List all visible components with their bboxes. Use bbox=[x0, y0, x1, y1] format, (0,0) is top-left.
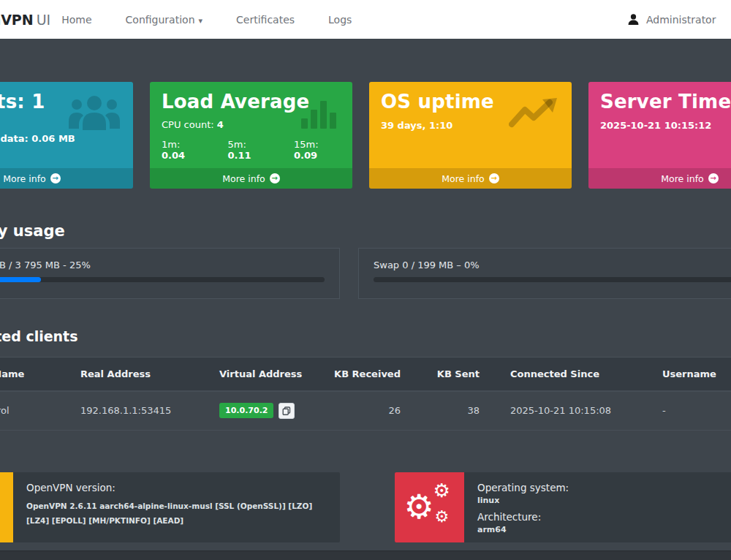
os-uptime-title: OS uptime bbox=[381, 91, 560, 113]
summary-cards: Clients: 1 Processed data: 0.06 MB Mor bbox=[0, 82, 731, 189]
col-connected-since[interactable]: Connected Since bbox=[481, 357, 649, 391]
col-real-address[interactable]: Real Address bbox=[67, 357, 206, 391]
cell-common-name: mikrotik-karol bbox=[0, 391, 67, 431]
dashboard-content: Clients: 1 Processed data: 0.06 MB Mor bbox=[0, 82, 731, 542]
copy-ip-button[interactable] bbox=[279, 403, 295, 419]
load-average-card: Load Average CPU count: 4 1m: 0.04 5m: 0… bbox=[150, 82, 352, 189]
load-values: 1m: 0.04 5m: 0.11 15m: 0.09 bbox=[162, 139, 341, 161]
virtual-ip-badge: 10.0.70.2 bbox=[219, 403, 273, 418]
connected-clients-table: Common Name Real Address Virtual Address… bbox=[0, 357, 731, 431]
arrow-circle-icon: → bbox=[708, 173, 719, 183]
uptime-more-info-link[interactable]: More info → bbox=[369, 168, 572, 189]
nav-item-configuration[interactable]: Configuration▾ bbox=[126, 14, 202, 26]
cell-real-address: 192.168.1.1:53415 bbox=[67, 391, 206, 431]
os-title: Operating system: bbox=[477, 482, 569, 493]
memory-panels: RAM 949 MB / 3 795 MB - 25% Swap 0 / 199… bbox=[0, 248, 731, 299]
ram-usage-label: RAM 949 MB / 3 795 MB - 25% bbox=[0, 260, 325, 270]
brand-bold: OpenVPN bbox=[0, 12, 34, 28]
swap-progress-bar bbox=[374, 277, 731, 282]
table-header-row: Common Name Real Address Virtual Address… bbox=[0, 357, 731, 391]
swap-usage-panel: Swap 0 / 199 MB – 0% bbox=[358, 248, 731, 299]
os-value: linux bbox=[477, 496, 569, 505]
connected-clients-title: Connected clients bbox=[0, 328, 731, 344]
col-kb-received[interactable]: KB Received bbox=[322, 357, 402, 391]
col-username[interactable]: Username bbox=[649, 357, 731, 391]
arrow-circle-icon: → bbox=[489, 173, 499, 183]
gears-icon: ⚙ ⚙ ⚙ bbox=[395, 472, 464, 542]
user-icon bbox=[627, 13, 640, 26]
clients-card-subtitle: Processed data: 0.06 MB bbox=[0, 133, 121, 144]
nav-item-certificates[interactable]: Certificates bbox=[236, 14, 295, 26]
openvpn-version-title: OpenVPN version: bbox=[26, 482, 330, 493]
nav-item-logs[interactable]: Logs bbox=[328, 14, 352, 26]
user-name: Administrator bbox=[646, 14, 716, 26]
col-virtual-address[interactable]: Virtual Address bbox=[206, 357, 322, 391]
memory-usage-title: Memory usage bbox=[0, 222, 731, 240]
cell-username: - bbox=[649, 391, 731, 431]
operating-system-box: ⚙ ⚙ ⚙ Operating system: linux Architectu… bbox=[395, 472, 731, 542]
clients-card: Clients: 1 Processed data: 0.06 MB Mor bbox=[0, 82, 133, 189]
nav-menu: Home Configuration▾ Certificates Logs bbox=[61, 14, 385, 26]
col-common-name[interactable]: Common Name bbox=[0, 357, 67, 391]
swap-usage-label: Swap 0 / 199 MB – 0% bbox=[374, 260, 731, 270]
server-time-value: 2025-10-21 10:15:12 bbox=[600, 120, 731, 131]
arch-value: arm64 bbox=[477, 525, 569, 534]
cell-kb-received: 26 bbox=[322, 391, 402, 431]
openvpn-version-box: OpenVPN version: OpenVPN 2.6.11 aarch64-… bbox=[0, 472, 340, 542]
openvpn-icon bbox=[0, 472, 13, 542]
ram-progress-fill bbox=[0, 277, 41, 282]
server-time-more-info-link[interactable]: More info → bbox=[588, 168, 731, 189]
server-time-title: Server Time bbox=[600, 91, 731, 113]
load-more-info-link[interactable]: More info → bbox=[150, 168, 352, 189]
server-time-card: Server Time 2025-10-21 10:15:12 More inf… bbox=[588, 82, 731, 189]
os-uptime-card: OS uptime 39 days, 1:10 More info → bbox=[369, 82, 572, 189]
cell-virtual-address: 10.0.70.2 bbox=[206, 391, 322, 431]
copy-icon bbox=[282, 406, 291, 415]
user-menu[interactable]: Administrator bbox=[627, 0, 716, 39]
page-footer bbox=[0, 550, 731, 560]
app-brand[interactable]: OpenVPNUI bbox=[0, 12, 50, 28]
cell-kb-sent: 38 bbox=[402, 391, 481, 431]
load-average-title: Load Average bbox=[162, 91, 341, 113]
openvpn-version-text: OpenVPN 2.6.11 aarch64-alpine-linux-musl… bbox=[26, 499, 330, 529]
col-kb-sent[interactable]: KB Sent bbox=[402, 357, 481, 391]
ram-progress-bar bbox=[0, 277, 325, 282]
clients-more-info-link[interactable]: More info → bbox=[0, 168, 133, 189]
cpu-count: CPU count: 4 bbox=[162, 119, 341, 130]
top-navbar: OpenVPNUI Home Configuration▾ Certificat… bbox=[0, 0, 731, 39]
ram-usage-panel: RAM 949 MB / 3 795 MB - 25% bbox=[0, 248, 340, 299]
nav-item-home[interactable]: Home bbox=[61, 14, 91, 26]
clients-card-title: Clients: 1 bbox=[0, 91, 121, 113]
system-info-boxes: OpenVPN version: OpenVPN 2.6.11 aarch64-… bbox=[0, 472, 731, 542]
chevron-down-icon: ▾ bbox=[199, 16, 203, 26]
arrow-circle-icon: → bbox=[270, 173, 280, 183]
arch-title: Architecture: bbox=[477, 511, 569, 523]
table-row: mikrotik-karol 192.168.1.1:53415 10.0.70… bbox=[0, 391, 731, 431]
cell-connected-since: 2025-10-21 10:15:08 bbox=[481, 391, 649, 431]
brand-light: UI bbox=[37, 12, 51, 28]
arrow-circle-icon: → bbox=[50, 173, 61, 183]
os-uptime-value: 39 days, 1:10 bbox=[381, 120, 560, 131]
